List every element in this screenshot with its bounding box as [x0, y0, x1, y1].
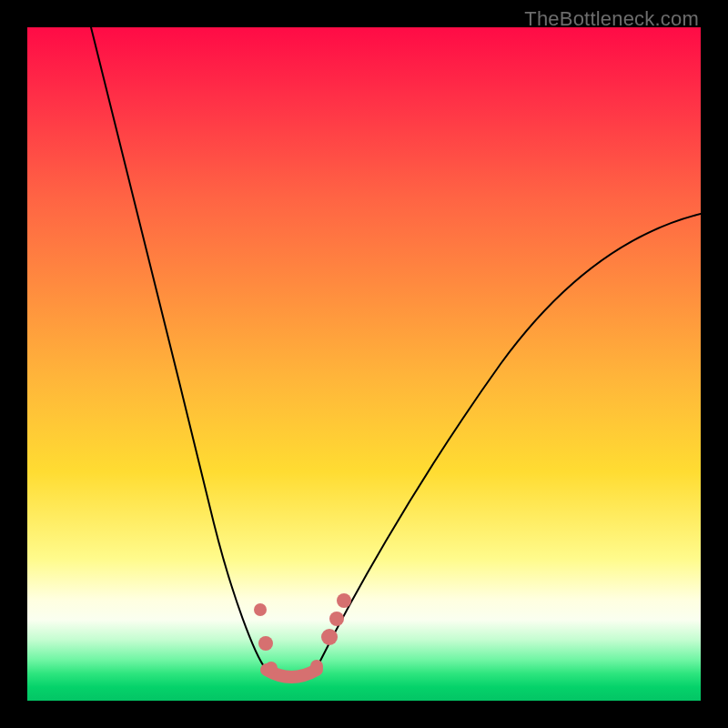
curve-left: [91, 27, 266, 669]
marker-dot: [254, 603, 267, 616]
marker-dot: [265, 662, 278, 674]
chart-svg: [27, 27, 701, 701]
marker-dot: [329, 612, 344, 626]
marker-dot: [310, 660, 323, 672]
curve-right: [318, 214, 701, 664]
marker-dot: [258, 636, 273, 651]
marker-dot: [337, 593, 351, 608]
watermark-text: TheBottleneck.com: [524, 7, 699, 31]
marker-dot: [321, 629, 338, 645]
chart-frame: [27, 27, 701, 701]
